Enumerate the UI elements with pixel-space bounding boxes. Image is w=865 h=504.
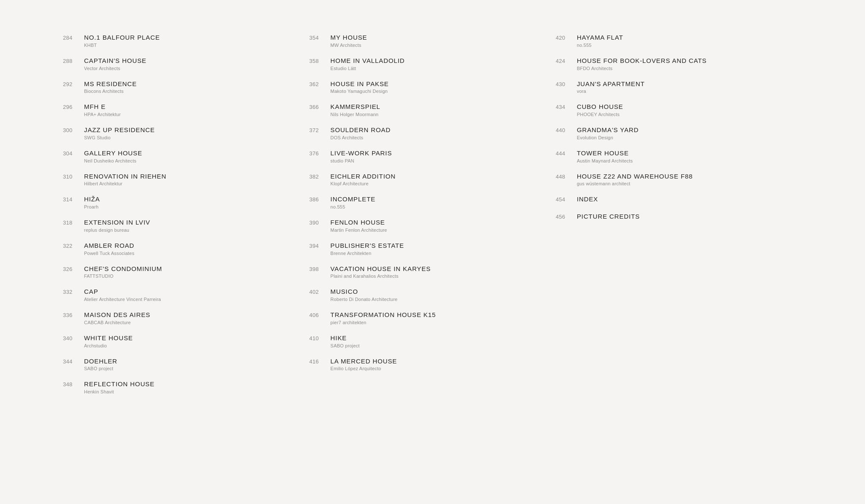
list-item: 394PUBLISHER'S ESTATEBrenne Architekten <box>309 242 539 256</box>
list-item: 424HOUSE FOR BOOK-LOVERS AND CATSBFDO Ar… <box>556 57 785 71</box>
entry-title: PICTURE CREDITS <box>577 213 785 221</box>
entry-number: 340 <box>63 334 84 341</box>
entry-title: INDEX <box>577 195 785 203</box>
list-item: 318EXTENSION IN LVIVreplus design bureau <box>63 219 292 233</box>
entry-text: FENLON HOUSEMartin Fenlon Architecture <box>330 219 539 233</box>
entry-subtitle: no.555 <box>577 43 785 48</box>
entry-subtitle: Makoto Yamaguchi Design <box>330 89 539 94</box>
entry-subtitle: Klopf Architecture <box>330 181 539 186</box>
entry-text: KAMMERSPIELNils Holger Moormann <box>330 103 539 117</box>
entry-number: 416 <box>309 358 330 365</box>
entry-title: DOEHLER <box>84 358 292 366</box>
list-item: 322AMBLER ROADPowell Tuck Associates <box>63 242 292 256</box>
entry-text: EICHLER ADDITIONKlopf Architecture <box>330 173 539 187</box>
entry-title: HAYAMA FLAT <box>577 34 785 42</box>
entry-title: TOWER HOUSE <box>577 149 785 157</box>
entry-title: MFH E <box>84 103 292 111</box>
entry-number: 344 <box>63 358 84 365</box>
entry-title: HOME IN VALLADOLID <box>330 57 539 65</box>
entry-title: AMBLER ROAD <box>84 242 292 250</box>
entry-title: INCOMPLETE <box>330 195 539 203</box>
entry-subtitle: HPA+ Architektur <box>84 112 292 117</box>
entry-text: REFLECTION HOUSEHenkin Shavit <box>84 380 292 394</box>
entry-number: 372 <box>309 126 330 133</box>
entry-title: MAISON DES AIRES <box>84 311 292 319</box>
entry-title: GRANDMA'S YARD <box>577 126 785 134</box>
entry-subtitle: FATTSTUDIO <box>84 274 292 279</box>
list-item: 326CHEF'S CONDOMINIUMFATTSTUDIO <box>63 265 292 279</box>
entry-text: RENOVATION IN RIEHENHilbert Architektur <box>84 173 292 187</box>
entry-number: 362 <box>309 80 330 87</box>
entry-number: 326 <box>63 265 84 272</box>
entry-number: 424 <box>556 57 577 64</box>
list-item: 390FENLON HOUSEMartin Fenlon Architectur… <box>309 219 539 233</box>
entry-number: 410 <box>309 334 330 341</box>
entry-subtitle: BFDO Architects <box>577 66 785 71</box>
entry-subtitle: Powell Tuck Associates <box>84 251 292 256</box>
entry-number: 420 <box>556 34 577 41</box>
entry-text: JUAN'S APARTMENTvora <box>577 80 785 94</box>
entry-title: MY HOUSE <box>330 34 539 42</box>
entry-title: HIŽA <box>84 195 292 203</box>
entry-title: LA MERCED HOUSE <box>330 358 539 366</box>
entry-number: 376 <box>309 149 330 157</box>
entry-text: EXTENSION IN LVIVreplus design bureau <box>84 219 292 233</box>
entry-text: GRANDMA'S YARDEvolution Design <box>577 126 785 140</box>
list-item: 372SOULDERN ROADDOS Architects <box>309 126 539 140</box>
entry-number: 296 <box>63 103 84 110</box>
entry-subtitle: Nils Holger Moormann <box>330 112 539 117</box>
entry-number: 358 <box>309 57 330 64</box>
entry-subtitle: Neil Dusheiko Architects <box>84 158 292 163</box>
entry-title: CAPTAIN'S HOUSE <box>84 57 292 65</box>
list-item: 358HOME IN VALLADOLIDEstudio Lätt <box>309 57 539 71</box>
entry-subtitle: Hilbert Architektur <box>84 181 292 186</box>
list-item: 410HIKESABO project <box>309 334 539 348</box>
list-item: 406TRANSFORMATION HOUSE K15pier7 archite… <box>309 311 539 325</box>
entry-subtitle: Austin Maynard Architects <box>577 158 785 163</box>
entry-title: HOUSE IN PAKSE <box>330 80 539 88</box>
entry-text: MFH EHPA+ Architektur <box>84 103 292 117</box>
entry-text: SOULDERN ROADDOS Architects <box>330 126 539 140</box>
list-item: 444TOWER HOUSEAustin Maynard Architects <box>556 149 785 163</box>
entry-title: EICHLER ADDITION <box>330 173 539 181</box>
list-item: 376LIVE-WORK PARISstudio PAN <box>309 149 539 163</box>
entry-subtitle: Proarh <box>84 204 292 209</box>
toc-column-1: 284NO.1 BALFOUR PLACEKHBT288CAPTAIN'S HO… <box>63 34 309 404</box>
entry-text: MUSICORoberto Di Donato Architecture <box>330 288 539 302</box>
list-item: 340WHITE HOUSEArchstudio <box>63 334 292 348</box>
entry-title: WHITE HOUSE <box>84 334 292 342</box>
entry-title: SOULDERN ROAD <box>330 126 539 134</box>
entry-subtitle: Brenne Architekten <box>330 251 539 256</box>
list-item: 416LA MERCED HOUSEEmilio López Arquitect… <box>309 358 539 371</box>
list-item: 314HIŽAProarh <box>63 195 292 209</box>
entry-number: 406 <box>309 311 330 318</box>
entry-title: FENLON HOUSE <box>330 219 539 227</box>
entry-number: 454 <box>556 195 577 203</box>
entry-text: HOUSE FOR BOOK-LOVERS AND CATSBFDO Archi… <box>577 57 785 71</box>
entry-subtitle: Roberto Di Donato Architecture <box>330 297 539 302</box>
list-item: 398VACATION HOUSE IN KARYESPlaini and Ka… <box>309 265 539 279</box>
entry-text: LA MERCED HOUSEEmilio López Arquitecto <box>330 358 539 371</box>
entry-title: HIKE <box>330 334 539 342</box>
list-item: 456PICTURE CREDITS <box>556 213 785 221</box>
list-item: 344DOEHLERSABO project <box>63 358 292 371</box>
list-item: 310RENOVATION IN RIEHENHilbert Architekt… <box>63 173 292 187</box>
entry-text: AMBLER ROADPowell Tuck Associates <box>84 242 292 256</box>
entry-text: CUBO HOUSEPHOOEY Architects <box>577 103 785 117</box>
entry-subtitle: Plaini and Karahalios Architects <box>330 274 539 279</box>
entry-text: TOWER HOUSEAustin Maynard Architects <box>577 149 785 163</box>
list-item: 440GRANDMA'S YARDEvolution Design <box>556 126 785 140</box>
list-item: 354MY HOUSEMW Architects <box>309 34 539 48</box>
entry-subtitle: Atelier Architecture Vincent Parreira <box>84 297 292 302</box>
entry-text: HOUSE Z22 AND WAREHOUSE F88gus wüstemann… <box>577 173 785 187</box>
entry-text: PICTURE CREDITS <box>577 213 785 221</box>
list-item: 402MUSICORoberto Di Donato Architecture <box>309 288 539 302</box>
entry-subtitle: SABO project <box>84 366 292 371</box>
list-item: 284NO.1 BALFOUR PLACEKHBT <box>63 34 292 48</box>
entry-number: 292 <box>63 80 84 87</box>
entry-title: MUSICO <box>330 288 539 296</box>
entry-subtitle: Martin Fenlon Architecture <box>330 228 539 233</box>
entry-text: NO.1 BALFOUR PLACEKHBT <box>84 34 292 48</box>
entry-title: NO.1 BALFOUR PLACE <box>84 34 292 42</box>
entry-title: JUAN'S APARTMENT <box>577 80 785 88</box>
